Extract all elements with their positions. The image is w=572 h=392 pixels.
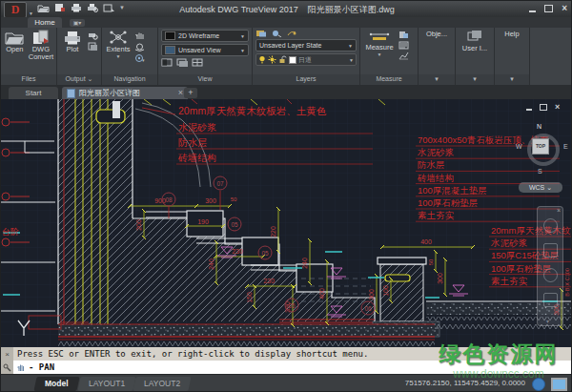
panel-label-output[interactable]: Output ⌄ (57, 74, 101, 85)
layer-color-swatch[interactable] (289, 56, 296, 64)
viewport-icon[interactable] (161, 58, 173, 67)
cad-annotation: 水泥砂浆 (417, 147, 455, 157)
orbit-icon[interactable] (134, 42, 145, 52)
tab-layout2[interactable]: LAYOUT2 (133, 377, 191, 391)
navbar-orbit-icon[interactable] (543, 293, 558, 307)
close-button[interactable]: × (562, 5, 567, 12)
navbar-pan-icon[interactable] (543, 243, 558, 258)
tab-current-drawing[interactable]: 阳光丽景小区详图 × (62, 87, 188, 99)
panel-label-help[interactable]: ▾ (495, 74, 529, 85)
named-views-icon[interactable] (176, 58, 188, 67)
doc-restore-icon[interactable] (540, 104, 547, 111)
pier-cap (378, 258, 426, 264)
cad-annotation: 防水层 (418, 159, 445, 170)
command-close-icon[interactable]: × (5, 350, 10, 359)
drawing-window-controls: × (526, 104, 560, 111)
panel-label-files[interactable]: Files (1, 74, 56, 85)
layer-unlock-icon[interactable] (278, 55, 287, 64)
tab-model[interactable]: Model (33, 377, 79, 391)
viewcube-south[interactable]: S (538, 168, 542, 175)
navbar-wheel-icon[interactable] (543, 218, 558, 233)
cad-dimension: 300 (368, 289, 375, 300)
cad-dimension: 900 (154, 197, 166, 204)
layer-properties-icon[interactable] (255, 30, 267, 37)
doc-close-icon[interactable]: × (555, 104, 560, 111)
detail-bubble: 05 (261, 250, 269, 257)
layer-sun-icon[interactable] (268, 55, 276, 64)
tab-layout1[interactable]: LAYOUT1 (77, 377, 135, 391)
ribbon-options-button[interactable]: ▣▾ (70, 19, 85, 27)
tab-start[interactable]: Start (9, 87, 58, 99)
cad-dimension: 240 (208, 258, 214, 270)
cad-dimension: 300 (437, 273, 443, 284)
preview-icon[interactable] (88, 31, 98, 40)
layer-on-bulb-icon[interactable] (258, 55, 266, 64)
viewcube-top-face[interactable]: TOP (532, 138, 549, 155)
panel-label-navigation[interactable]: Navigation (102, 74, 157, 85)
minimize-button[interactable] (529, 10, 536, 12)
maximize-button[interactable] (544, 5, 553, 12)
panel-navigation: Extents ▼ ▾ Navigation (102, 28, 157, 85)
coordinates-readout: 751576.2150, 115475.4529, 0.0000 (405, 379, 525, 387)
cad-dimension: 150 (246, 292, 253, 303)
visual-style-dropdown[interactable]: 2D Wireframe▼ (161, 30, 249, 42)
dwg-convert-button[interactable]: DWG Convert (29, 30, 53, 74)
navbar-more-icon[interactable]: ▾ (546, 318, 549, 324)
viewcube[interactable]: TOP N S W E (523, 130, 565, 170)
detail-bubble: 05 (231, 221, 238, 228)
cad-annotation: 100厚混凝土垫层 (418, 185, 487, 196)
named-view-dropdown[interactable]: Unsaved View▼ (161, 44, 249, 56)
cad-dimension: 400 (420, 238, 432, 245)
panel-label-user[interactable]: ▾ (456, 74, 494, 85)
wall-hatch (58, 99, 133, 324)
viewcube-east[interactable]: E (563, 143, 568, 150)
measure-button[interactable]: Measure ▼ (363, 30, 396, 74)
navbar-zoom-icon[interactable] (543, 268, 558, 282)
open-button[interactable]: Open (4, 30, 26, 74)
cad-dimension: 50 (428, 258, 434, 265)
command-tools-icon[interactable] (3, 363, 11, 372)
doc-minimize-icon[interactable] (526, 109, 532, 111)
pan-hand-icon (16, 362, 26, 372)
layer-freeze-icon[interactable] (271, 30, 282, 37)
panel-measure: Measure ▼ Measure (360, 28, 418, 85)
id-point-icon[interactable] (398, 31, 409, 39)
file-tab-bar: Start 阳光丽景小区详图 × + (1, 85, 572, 99)
pan-icon[interactable] (134, 31, 145, 40)
steering-wheel-icon[interactable]: ▾ (134, 53, 145, 63)
panel-label-measure[interactable]: Measure (360, 74, 418, 85)
zoom-extents-button[interactable]: Extents ▼ (105, 30, 132, 74)
batch-plot-icon[interactable] (88, 42, 98, 52)
tab-home[interactable]: Home (28, 17, 62, 28)
viewcube-north[interactable]: N (537, 123, 541, 130)
cad-annotation: 防水层 (178, 137, 207, 148)
layer-dropdown[interactable]: 日道 ▼ (255, 53, 357, 66)
layer-state-dropdown[interactable]: Unsaved Layer State▼ (255, 39, 357, 52)
plot-button[interactable]: Plot (60, 30, 85, 74)
annotation-monitor-icon[interactable] (532, 378, 545, 391)
window-config-icon[interactable] (192, 58, 203, 67)
svg-text:▾: ▾ (142, 57, 145, 63)
command-gutter: × (1, 347, 13, 374)
panel-label-layers[interactable]: Layers (253, 74, 359, 85)
navigation-bar[interactable]: × ▾ (537, 206, 563, 326)
detail-bubble: 08 (165, 196, 173, 203)
list-icon[interactable] (398, 41, 409, 50)
layer-lock-icon[interactable] (286, 30, 297, 37)
detail-bubble: 06 (364, 305, 372, 312)
tab-close-icon[interactable]: × (178, 87, 183, 99)
detail-bubble: 07 (216, 180, 224, 187)
drawing-canvas[interactable]: 20mm厚天然黄木纹板岩、土黄色水泥砂浆防水层砖墙结构700x400x50青石板… (1, 99, 572, 347)
wcs-dropdown[interactable]: WCS ⌄ (519, 182, 562, 193)
panel-label-view[interactable]: View (158, 74, 252, 85)
viewcube-west[interactable]: W (516, 143, 522, 150)
zoom-extents-icon (109, 30, 128, 45)
navbar-close-icon[interactable]: × (557, 207, 561, 214)
command-prompt[interactable]: - PAN (13, 361, 572, 374)
new-tab-button[interactable]: + (184, 88, 197, 98)
cad-dimension: 400 (318, 288, 325, 299)
display-icon[interactable] (551, 378, 567, 391)
quick-calc-icon[interactable] (398, 52, 409, 60)
panel-label-object[interactable]: ▾ (419, 74, 455, 85)
dwg-convert-icon (31, 30, 51, 45)
